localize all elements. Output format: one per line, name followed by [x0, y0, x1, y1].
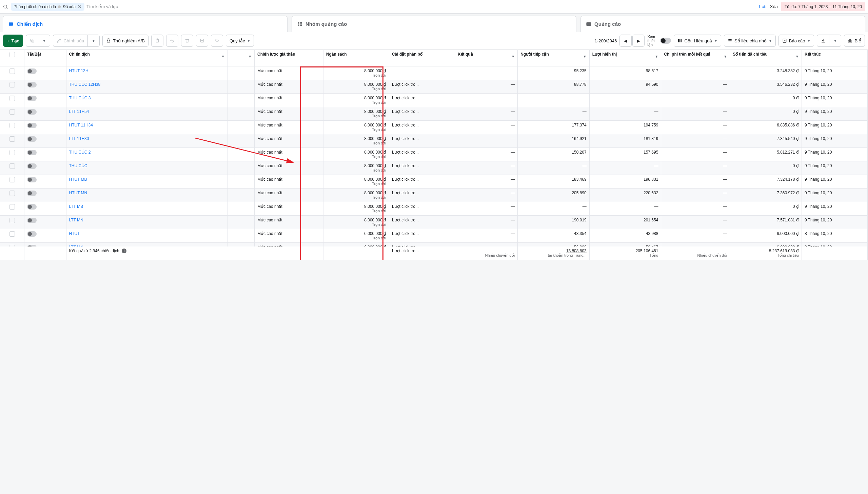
edit-dropdown[interactable]: ▼: [88, 35, 100, 47]
clipboard-button[interactable]: [151, 35, 163, 47]
prev-page-button[interactable]: ◀: [619, 35, 632, 47]
header-strategy[interactable]: Chiến lược giá thầu: [255, 50, 324, 66]
create-button[interactable]: + Tạo: [3, 35, 23, 47]
row-checkbox[interactable]: [0, 66, 24, 80]
table-row[interactable]: THU CÚC 3 Mức cao nhất 8.000.000 ₫Trọn đ…: [0, 93, 868, 107]
header-ends[interactable]: Kết thúc: [802, 50, 867, 66]
save-filter-link[interactable]: Lưu: [759, 4, 766, 9]
reach-cell: 164.921: [518, 134, 590, 148]
campaign-link[interactable]: THU CUC 12H38: [69, 82, 101, 87]
campaign-link[interactable]: THU CÚC: [69, 164, 88, 168]
row-checkbox[interactable]: [0, 80, 24, 93]
row-toggle-cell[interactable]: [24, 161, 66, 175]
header-checkbox[interactable]: [0, 50, 24, 66]
row-toggle-cell[interactable]: [24, 215, 66, 229]
row-toggle-cell[interactable]: [24, 229, 66, 243]
row-toggle-cell[interactable]: [24, 107, 66, 120]
export-button[interactable]: [196, 35, 208, 47]
row-toggle-cell[interactable]: [24, 188, 66, 202]
campaign-link[interactable]: LTT 11H30: [69, 136, 89, 141]
ab-test-button[interactable]: Thử nghiệm A/B: [102, 35, 149, 47]
end-cell: 9 Tháng 10, 20: [802, 148, 867, 161]
campaign-link[interactable]: HTUT MB: [69, 177, 87, 182]
undo-button[interactable]: [166, 35, 178, 47]
table-row[interactable]: LTT 11H54 Mức cao nhất 8.000.000 ₫Trọn đ…: [0, 107, 868, 120]
campaign-link[interactable]: HTUT 11H34: [69, 123, 93, 128]
table-row[interactable]: HTUT MB Mức cao nhất 8.000.000 ₫Trọn đời…: [0, 175, 868, 188]
table-row[interactable]: HTUT 13H Mức cao nhất 8.000.000 ₫Trọn đờ…: [0, 66, 868, 80]
row-checkbox[interactable]: [0, 215, 24, 229]
header-reach[interactable]: Người tiếp cận▼: [518, 50, 590, 66]
info-icon[interactable]: i: [122, 248, 127, 253]
duplicate-dropdown[interactable]: ▼: [38, 35, 50, 47]
table-row[interactable]: HTUT 11H34 Mức cao nhất 8.000.000 ₫Trọn …: [0, 120, 868, 134]
duplicate-button[interactable]: [26, 35, 38, 47]
row-toggle-cell[interactable]: [24, 148, 66, 161]
row-toggle-cell[interactable]: [24, 66, 66, 80]
header-spent[interactable]: Số tiền đã chi tiêu▼: [730, 50, 802, 66]
row-checkbox[interactable]: [0, 161, 24, 175]
table-row[interactable]: LTT MN Mức cao nhất 8.000.000 ₫Trọn đời …: [0, 215, 868, 229]
header-budget[interactable]: Ngân sách: [323, 50, 389, 66]
row-checkbox[interactable]: [0, 107, 24, 120]
row-checkbox[interactable]: [0, 229, 24, 243]
campaign-link[interactable]: THU CÚC 2: [69, 150, 91, 155]
table-row[interactable]: THU CÚC 2 Mức cao nhất 8.000.000 ₫Trọn đ…: [0, 148, 868, 161]
download-dropdown[interactable]: ▼: [829, 35, 841, 47]
pager-text: 1-200/2946: [593, 38, 619, 43]
table-row[interactable]: LTT 11H30 Mức cao nhất 8.000.000 ₫Trọn đ…: [0, 134, 868, 148]
header-attribution[interactable]: Cài đặt phân bổ: [389, 50, 455, 66]
download-button[interactable]: [817, 35, 829, 47]
view-setup-toggle[interactable]: [660, 38, 671, 44]
reports-button[interactable]: Báo cáo ▼: [778, 35, 814, 47]
edit-button[interactable]: Chỉnh sửa: [53, 35, 87, 47]
row-toggle-cell[interactable]: [24, 175, 66, 188]
strategy-cell: Mức cao nhất: [255, 120, 324, 134]
row-toggle-cell[interactable]: [24, 134, 66, 148]
header-delivery[interactable]: ▼: [228, 50, 254, 66]
campaign-link[interactable]: HTUT: [69, 231, 80, 236]
header-campaign[interactable]: Chiến dịch▼: [66, 50, 228, 66]
close-icon[interactable]: ✕: [78, 4, 82, 10]
table-row[interactable]: HTUT Mức cao nhất 6.000.000 ₫Trọn đời Lư…: [0, 229, 868, 243]
columns-button[interactable]: Cột: Hiệu quả ▼: [674, 35, 721, 47]
next-page-button[interactable]: ▶: [632, 35, 644, 47]
tab-ads[interactable]: Quảng cáo: [580, 16, 865, 32]
clear-filter-link[interactable]: Xóa: [770, 4, 778, 9]
row-checkbox[interactable]: [0, 93, 24, 107]
campaign-link[interactable]: LTT MB: [69, 204, 83, 209]
rules-button[interactable]: Quy tắc ▼: [226, 35, 254, 47]
row-checkbox[interactable]: [0, 134, 24, 148]
campaign-link[interactable]: THU CÚC 3: [69, 96, 91, 100]
table-row[interactable]: THU CUC 12H38 Mức cao nhất 8.000.000 ₫Tr…: [0, 80, 868, 93]
breakdown-button[interactable]: Số liệu chia nhỏ ▼: [724, 35, 776, 47]
date-range-picker[interactable]: Tối đa: 7 Tháng 1, 2023 – 11 Tháng 10, 2…: [781, 2, 865, 11]
row-toggle-cell[interactable]: [24, 93, 66, 107]
campaign-link[interactable]: LTT 11H54: [69, 109, 89, 114]
filter-chip-delivery[interactable]: Phân phối chiến dịch là Đã xóa ✕: [11, 3, 84, 11]
search-input-hint[interactable]: Tìm kiếm và lọc: [86, 4, 118, 9]
row-checkbox[interactable]: [0, 202, 24, 215]
header-cost-per[interactable]: Chi phí trên mỗi kết quả▼: [661, 50, 730, 66]
row-toggle-cell[interactable]: [24, 120, 66, 134]
campaign-link[interactable]: LTT MN: [69, 218, 83, 223]
header-results[interactable]: Kết quả▼: [455, 50, 517, 66]
tag-button[interactable]: [211, 35, 223, 47]
table-row[interactable]: THU CÚC Mức cao nhất 8.000.000 ₫Trọn đời…: [0, 161, 868, 175]
tab-adsets[interactable]: Nhóm quảng cáo: [292, 16, 576, 32]
row-checkbox[interactable]: [0, 188, 24, 202]
row-checkbox[interactable]: [0, 175, 24, 188]
campaign-link[interactable]: HTUT 13H: [69, 69, 89, 73]
row-checkbox[interactable]: [0, 148, 24, 161]
delete-button[interactable]: [181, 35, 193, 47]
end-cell: 8 Tháng 10, 20: [802, 229, 867, 243]
header-impressions[interactable]: Lượt hiển thị▼: [589, 50, 661, 66]
tab-campaigns[interactable]: Chiến dịch: [3, 16, 288, 32]
campaign-link[interactable]: HTUT MN: [69, 191, 88, 195]
table-row[interactable]: LTT MB Mức cao nhất 8.000.000 ₫Trọn đời …: [0, 202, 868, 215]
row-checkbox[interactable]: [0, 120, 24, 134]
table-row[interactable]: HTUT MN Mức cao nhất 8.000.000 ₫Trọn đời…: [0, 188, 868, 202]
row-toggle-cell[interactable]: [24, 80, 66, 93]
charts-button[interactable]: Biể: [844, 35, 865, 47]
row-toggle-cell[interactable]: [24, 202, 66, 215]
